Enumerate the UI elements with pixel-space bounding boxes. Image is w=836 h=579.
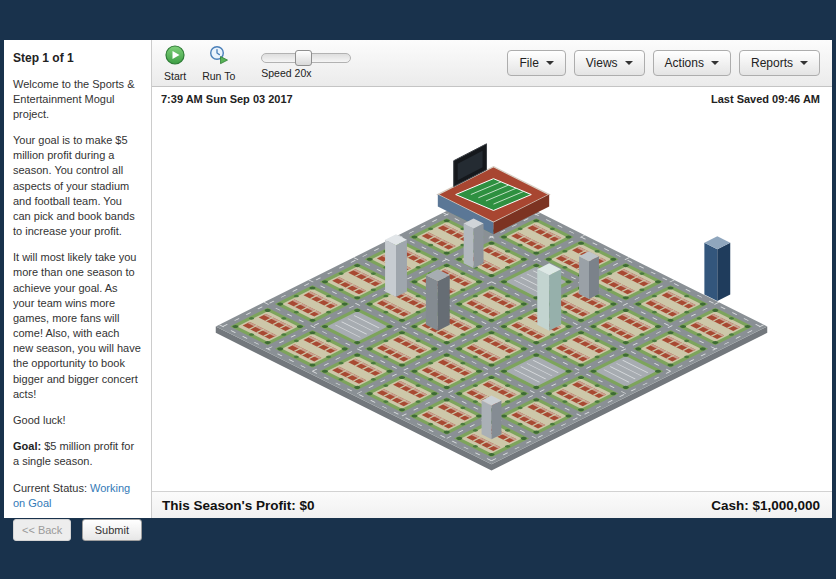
city-map[interactable] (152, 111, 832, 491)
menu-views-label: Views (586, 56, 618, 70)
sidebar-button-row: << Back Submit (13, 519, 142, 541)
cash-value: $1,000,000 (752, 498, 820, 513)
city-canvas[interactable] (152, 111, 832, 491)
status-label: Current Status: (13, 482, 90, 494)
speed-slider: Speed 20x (261, 50, 351, 79)
goal-line: Goal: $5 million profit for a single sea… (13, 439, 142, 469)
main-panel: Start Run To Speed 20x (152, 40, 832, 518)
tower (482, 396, 502, 440)
tower (464, 218, 484, 268)
chevron-down-icon (546, 61, 554, 65)
cash-label: Cash: (711, 498, 752, 513)
start-button[interactable]: Start (164, 45, 186, 82)
menu-file[interactable]: File (507, 50, 565, 76)
menu-bar: File Views Actions Reports (507, 50, 820, 76)
menu-reports[interactable]: Reports (739, 50, 820, 76)
tower (579, 251, 599, 299)
instruction-paragraph: It will most likely take you more than o… (13, 250, 142, 402)
current-status: Current Status: Working on Goal (13, 481, 142, 519)
step-title: Step 1 of 1 (13, 50, 142, 67)
instruction-paragraph: Good luck! (13, 413, 142, 428)
season-profit: This Season's Profit: $0 (162, 498, 315, 513)
menu-reports-label: Reports (751, 56, 793, 70)
goal-label: Goal: (13, 440, 41, 452)
toolbar: Start Run To Speed 20x (152, 40, 832, 87)
run-to-button[interactable]: Run To (202, 45, 235, 82)
season-profit-label: This Season's Profit: (162, 498, 300, 513)
cash: Cash: $1,000,000 (711, 498, 820, 513)
back-button[interactable]: << Back (13, 519, 71, 541)
speed-slider-track[interactable] (261, 53, 351, 63)
menu-actions[interactable]: Actions (653, 50, 731, 76)
tower (426, 269, 450, 331)
menu-views[interactable]: Views (574, 50, 645, 76)
chevron-down-icon (711, 61, 719, 65)
tower-glass (537, 263, 561, 331)
tower (385, 234, 407, 297)
tower-blue-skyscraper (704, 236, 730, 301)
play-icon (165, 45, 185, 69)
instruction-paragraph: Welcome to the Sports & Entertainment Mo… (13, 77, 142, 123)
last-saved: Last Saved 09:46 AM (711, 93, 820, 105)
menu-actions-label: Actions (665, 56, 704, 70)
run-to-label: Run To (202, 70, 235, 82)
start-label: Start (164, 70, 186, 82)
bottom-status-bar: This Season's Profit: $0 Cash: $1,000,00… (152, 491, 832, 518)
chevron-down-icon (800, 61, 808, 65)
submit-button[interactable]: Submit (82, 519, 142, 541)
season-profit-value: $0 (300, 498, 315, 513)
instructions-sidebar: Step 1 of 1 Welcome to the Sports & Ente… (4, 40, 152, 518)
speed-slider-handle[interactable] (295, 50, 312, 66)
speed-label: Speed 20x (261, 67, 351, 79)
instruction-paragraph: Your goal is to make $5 million profit d… (13, 133, 142, 239)
chevron-down-icon (625, 61, 633, 65)
game-datetime: 7:39 AM Sun Sep 03 2017 (161, 93, 293, 105)
date-bar: 7:39 AM Sun Sep 03 2017 Last Saved 09:46… (152, 87, 832, 111)
app-window: Step 1 of 1 Welcome to the Sports & Ente… (4, 40, 832, 518)
menu-file-label: File (519, 56, 538, 70)
clock-forward-icon (209, 45, 229, 69)
